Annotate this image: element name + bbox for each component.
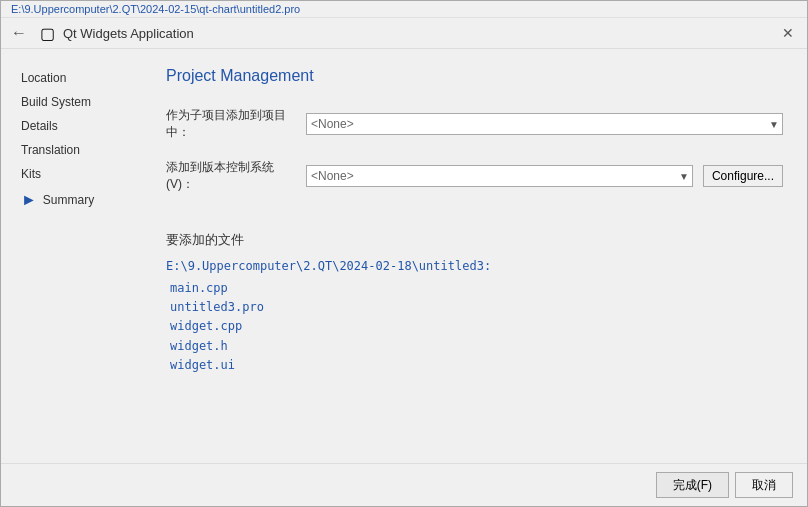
sidebar-item-translation[interactable]: Translation (21, 141, 136, 159)
close-button[interactable]: ✕ (779, 24, 797, 42)
sidebar: Location Build System Details Translatio… (1, 49, 146, 463)
cancel-button[interactable]: 取消 (735, 472, 793, 498)
sidebar-item-label: Details (21, 119, 58, 133)
form-row-vcs: 添加到版本控制系统(V)： <None> ▼ Configure... (166, 159, 783, 193)
files-section: 要添加的文件 E:\9.Uppercomputer\2.QT\2024-02-1… (166, 231, 783, 453)
app-icon: ▢ (39, 25, 55, 41)
sidebar-item-label: Location (21, 71, 66, 85)
files-path: E:\9.Uppercomputer\2.QT\2024-02-18\untit… (166, 259, 783, 273)
list-item: untitled3.pro (170, 298, 783, 317)
back-button[interactable]: ← (11, 24, 27, 42)
list-item: widget.h (170, 337, 783, 356)
select-subproject[interactable]: <None> (306, 113, 783, 135)
form-row-subproject: 作为子项目添加到项目中： <None> ▼ (166, 107, 783, 141)
main-panel: Project Management 作为子项目添加到项目中： <None> ▼… (146, 49, 807, 463)
top-path-bar: E:\9.Uppercomputer\2.QT\2024-02-15\qt-ch… (1, 1, 807, 18)
list-item: main.cpp (170, 279, 783, 298)
label-vcs: 添加到版本控制系统(V)： (166, 159, 296, 193)
content-area: Location Build System Details Translatio… (1, 49, 807, 463)
sidebar-item-details[interactable]: Details (21, 117, 136, 135)
select-vcs[interactable]: <None> (306, 165, 693, 187)
list-item: widget.cpp (170, 317, 783, 336)
sidebar-item-label: Translation (21, 143, 80, 157)
sidebar-item-build-system[interactable]: Build System (21, 93, 136, 111)
configure-button[interactable]: Configure... (703, 165, 783, 187)
title-bar-left: ← ▢ Qt Widgets Application (11, 24, 194, 42)
sidebar-item-label: Kits (21, 167, 41, 181)
title-bar: ← ▢ Qt Widgets Application ✕ (1, 18, 807, 49)
sidebar-item-label: Summary (43, 193, 94, 207)
select-wrapper-vcs: <None> ▼ (306, 165, 693, 187)
top-path-text: E:\9.Uppercomputer\2.QT\2024-02-15\qt-ch… (11, 3, 300, 15)
section-title: Project Management (166, 67, 783, 85)
dialog: E:\9.Uppercomputer\2.QT\2024-02-15\qt-ch… (0, 0, 808, 507)
files-list: main.cpp untitled3.pro widget.cpp widget… (166, 279, 783, 375)
select-wrapper-subproject: <None> ▼ (306, 113, 783, 135)
files-heading: 要添加的文件 (166, 231, 783, 249)
list-item: widget.ui (170, 356, 783, 375)
footer: 完成(F) 取消 (1, 463, 807, 506)
finish-button[interactable]: 完成(F) (656, 472, 729, 498)
sidebar-item-location[interactable]: Location (21, 69, 136, 87)
sidebar-item-summary[interactable]: ► Summary (21, 189, 136, 211)
sidebar-item-label: Build System (21, 95, 91, 109)
active-arrow-icon: ► (21, 191, 37, 209)
label-subproject: 作为子项目添加到项目中： (166, 107, 296, 141)
dialog-title: Qt Widgets Application (63, 26, 194, 41)
sidebar-item-kits[interactable]: Kits (21, 165, 136, 183)
